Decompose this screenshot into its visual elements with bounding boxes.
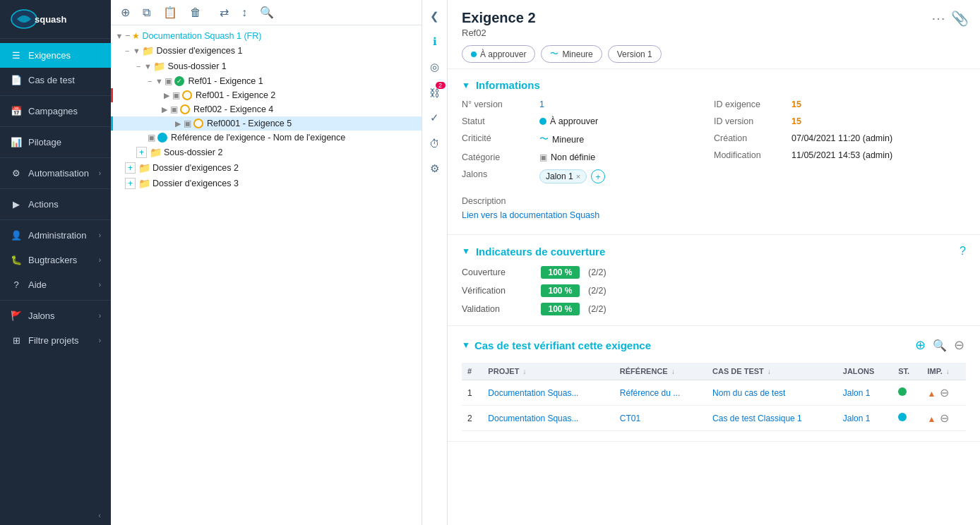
jalons-icon: 🚩 — [10, 310, 23, 321]
sidebar-item-jalons[interactable]: 🚩 Jalons › — [0, 303, 111, 328]
coverage-panel-button[interactable]: ◎ — [424, 56, 446, 78]
expand-icon[interactable]: ▼ — [131, 47, 142, 55]
status-blue-icon — [898, 413, 907, 421]
col-imp[interactable]: IMP. ↓ — [922, 363, 966, 380]
sidebar-item-actions[interactable]: ▶ Actions — [0, 192, 111, 217]
cell-reference: Référence du ... — [614, 380, 707, 406]
tags-row: À approuver 〜 Mineure Version 1 — [462, 45, 966, 63]
delete-button[interactable]: 🗑 — [187, 5, 204, 20]
id-version-value: 15 — [791, 116, 801, 126]
transfer-button[interactable]: ⇄ — [217, 4, 232, 20]
tree-node-ref001[interactable]: ▶ ▣ Ref001 - Exigence 2 — [111, 88, 422, 102]
jalon-link[interactable]: Jalon 1 — [843, 388, 871, 398]
sort-button[interactable]: ↕ — [239, 5, 250, 20]
tree-node-dossier3[interactable]: + 📁 Dossier d'exigences 3 — [111, 176, 422, 191]
sidebar-item-filtre-projets[interactable]: ⊞ Filtre projets › — [0, 328, 111, 353]
expand-icon[interactable]: ▶ — [159, 105, 170, 114]
add-jalon-button[interactable]: + — [591, 169, 605, 183]
remove-jalon-button[interactable]: × — [576, 172, 580, 181]
cas-de-test-link[interactable]: Cas de test Classique 1 — [712, 414, 802, 423]
col-reference[interactable]: RÉFÉRENCE ↓ — [614, 363, 707, 380]
add-icon[interactable]: + — [125, 162, 136, 174]
check-panel-button[interactable]: ✓ — [424, 107, 446, 128]
folder-icon: 📁 — [142, 45, 154, 56]
add-button[interactable]: ⊕ — [118, 4, 133, 20]
sidebar-item-pilotage[interactable]: 📊 Pilotage — [0, 130, 111, 155]
req-label: Ref001 - Exigence 2 — [196, 90, 422, 100]
add-icon[interactable]: + — [125, 178, 136, 189]
expand-icon[interactable]: ▶ — [172, 119, 184, 128]
expand-icon[interactable]: ▼ — [153, 77, 165, 85]
section-toggle-indicateurs[interactable]: ▼ — [462, 246, 470, 256]
collapse-panel-button[interactable]: ❮ — [424, 6, 446, 27]
tree-node-ref-nom[interactable]: ▣ Référence de l'exigence - Nom de l'exi… — [111, 131, 422, 145]
expand-icon[interactable]: ▶ — [161, 91, 172, 100]
tree-node-project[interactable]: ▼ − ★ Documentation Squash 1 (FR) — [111, 28, 422, 43]
remove-row-button[interactable]: ⊖ — [938, 410, 950, 426]
sort-icon: ↕ — [241, 6, 247, 19]
section-toggle-informations[interactable]: ▼ — [462, 80, 470, 90]
links-panel-button[interactable]: ⛓ 2 — [424, 82, 446, 103]
tree-node-dossier2[interactable]: + 📁 Dossier d'exigences 2 — [111, 160, 422, 176]
tree-node-ref0001[interactable]: ▶ ▣ Ref0001 - Exigence 5 — [111, 116, 422, 131]
sidebar-item-label: Aide — [28, 279, 93, 290]
version-tag[interactable]: Version 1 — [608, 45, 662, 63]
sidebar-item-campagnes[interactable]: 📅 Campagnes — [0, 99, 111, 123]
table-row: 1 Documentation Squas... Référence du ..… — [462, 380, 966, 406]
paste-button[interactable]: 📋 — [160, 4, 180, 20]
history-panel-button[interactable]: ⏱ — [424, 133, 446, 154]
help-icon[interactable]: ? — [960, 245, 966, 258]
sidebar-item-bugtrackers[interactable]: 🐛 Bugtrackers › — [0, 248, 111, 272]
sidebar-item-administration[interactable]: 👤 Administration › — [0, 223, 111, 248]
col-cas-de-test[interactable]: CAS DE TEST ↓ — [707, 363, 837, 380]
sidebar-item-exigences[interactable]: ☰ Exigences — [0, 43, 111, 68]
search-button[interactable]: 🔍 — [257, 4, 277, 20]
tree-node-ref01[interactable]: − ▼ ▣ ✓ Ref01 - Exigence 1 — [111, 74, 422, 88]
reference-link[interactable]: Référence du ... — [620, 388, 680, 398]
tree-node-dossier1[interactable]: − ▼ 📁 Dossier d'exigences 1 — [111, 43, 422, 59]
star-icon: ★ — [132, 31, 140, 41]
sidebar-item-automatisation[interactable]: ⚙ Automatisation › — [0, 161, 111, 186]
nav-collapse-button[interactable]: ‹ — [0, 505, 111, 525]
chevron-up-icon[interactable]: ▲ — [928, 389, 936, 399]
jalon-link[interactable]: Jalon 1 — [843, 414, 871, 423]
description-link[interactable]: Lien vers la documentation Squash — [462, 210, 966, 220]
copy-button[interactable]: ⧉ — [140, 5, 153, 20]
wave-icon: 〜 — [550, 48, 558, 60]
tree-node-sous-dossier1[interactable]: − ▼ 📁 Sous-dossier 1 — [111, 59, 422, 74]
info-panel-button[interactable]: ℹ — [424, 31, 446, 52]
reference-link[interactable]: CT01 — [620, 414, 640, 423]
logo: squash — [0, 0, 111, 39]
info-grid: N° version 1 Statut À approuver Criticit… — [462, 99, 966, 183]
section-toggle-test-cases[interactable]: ▼ — [462, 340, 470, 350]
nversion-value[interactable]: 1 — [539, 99, 544, 109]
attachment-icon[interactable]: 📎 — [951, 10, 969, 27]
sidebar-item-cas-de-test[interactable]: 📄 Cas de test — [0, 68, 111, 92]
sidebar-item-aide[interactable]: ? Aide › — [0, 272, 111, 297]
more-options-button[interactable]: ⋯ — [931, 10, 945, 27]
req-icon: ▣ — [148, 133, 155, 143]
add-folder-icon[interactable]: + — [136, 147, 147, 158]
cas-de-test-link[interactable]: Nom du cas de test — [712, 388, 785, 398]
status-tag[interactable]: À approuver — [462, 45, 535, 63]
col-projet[interactable]: PROJET ↓ — [482, 363, 614, 380]
projet-link[interactable]: Documentation Squas... — [488, 414, 578, 423]
req-label: Ref002 - Exigence 4 — [193, 104, 422, 114]
description-label: Description — [462, 196, 966, 206]
expand-icon[interactable]: ▼ — [142, 62, 153, 71]
tree-node-sous-dossier2[interactable]: + 📁 Sous-dossier 2 — [111, 145, 422, 160]
remove-row-button[interactable]: ⊖ — [938, 385, 950, 401]
settings-panel-button[interactable]: ⚙ — [424, 158, 446, 179]
criticite-tag[interactable]: 〜 Mineure — [541, 45, 602, 63]
remove-test-case-button[interactable]: ⊖ — [952, 336, 966, 354]
req-label: Ref0001 - Exigence 5 — [207, 119, 422, 128]
tree-node-ref002[interactable]: ▶ ▣ Ref002 - Exigence 4 — [111, 102, 422, 116]
col-st[interactable]: ST. — [892, 363, 921, 380]
info-row-nversion: N° version 1 — [462, 99, 714, 109]
projet-link[interactable]: Documentation Squas... — [488, 388, 578, 398]
search-test-case-button[interactable]: 🔍 — [931, 336, 948, 354]
add-test-case-button[interactable]: ⊕ — [914, 336, 927, 354]
content-header: ⋯ 📎 Exigence 2 Ref02 À approuver 〜 Mineu… — [448, 0, 980, 69]
expand-icon[interactable]: ▼ — [114, 32, 125, 40]
chevron-up-icon[interactable]: ▲ — [928, 414, 936, 424]
